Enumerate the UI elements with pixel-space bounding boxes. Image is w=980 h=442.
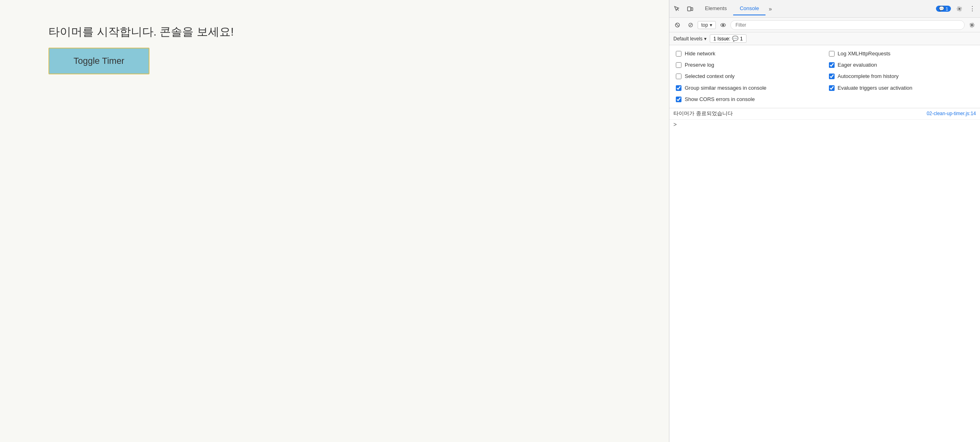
eager-eval-label: Eager evaluation bbox=[838, 61, 877, 69]
settings-dropdown: Hide network Preserve log Selected conte… bbox=[669, 45, 980, 108]
settings-left-col: Hide network Preserve log Selected conte… bbox=[676, 50, 821, 103]
hide-network-checkbox[interactable] bbox=[676, 51, 681, 57]
evaluate-triggers-label: Evaluate triggers user activation bbox=[838, 84, 913, 92]
levels-dropdown[interactable]: Default levels ▾ bbox=[673, 36, 707, 42]
setting-selected-context[interactable]: Selected context only bbox=[676, 73, 821, 80]
autocomplete-history-label: Autocomplete from history bbox=[838, 73, 899, 80]
block-icon: ⊘ bbox=[688, 21, 693, 29]
badge-icon: 💬 bbox=[939, 6, 944, 11]
tab-console[interactable]: Console bbox=[733, 2, 765, 15]
ellipsis-icon: ⋮ bbox=[969, 5, 976, 13]
levels-chevron-icon: ▾ bbox=[704, 36, 707, 42]
log-xmlhttp-label: Log XMLHttpRequests bbox=[838, 50, 891, 57]
issue-badge[interactable]: 1 Issue: 💬 1 bbox=[710, 34, 747, 43]
chevron-down-icon: ▾ bbox=[710, 22, 712, 28]
group-similar-label: Group similar messages in console bbox=[685, 84, 766, 92]
page-area: 타이머를 시작합니다. 콘솔을 보세요! Toggle Timer bbox=[0, 0, 669, 442]
eye-button[interactable] bbox=[717, 19, 729, 31]
preserve-log-checkbox[interactable] bbox=[676, 62, 681, 68]
console-toolbar: ⊘ top ▾ bbox=[669, 18, 980, 32]
issues-badge[interactable]: 💬 1 bbox=[936, 6, 951, 12]
devtools-panel: Elements Console » 💬 1 ⋮ ⊘ bbox=[669, 0, 980, 442]
eager-eval-checkbox[interactable] bbox=[829, 62, 835, 68]
setting-preserve-log[interactable]: Preserve log bbox=[676, 61, 821, 69]
device-toolbar-button[interactable] bbox=[684, 3, 696, 15]
autocomplete-history-checkbox[interactable] bbox=[829, 74, 835, 79]
badge-count: 1 bbox=[946, 6, 948, 11]
selected-context-label: Selected context only bbox=[685, 73, 735, 80]
setting-eager-eval[interactable]: Eager evaluation bbox=[829, 61, 974, 69]
settings-button[interactable] bbox=[953, 3, 965, 15]
filter-input[interactable] bbox=[730, 20, 965, 30]
svg-rect-1 bbox=[691, 8, 693, 11]
devtools-top-toolbar: Elements Console » 💬 1 ⋮ bbox=[669, 0, 980, 18]
selected-context-checkbox[interactable] bbox=[676, 74, 681, 79]
svg-line-3 bbox=[676, 24, 679, 26]
log-source-0[interactable]: 02-clean-up-timer.js:14 bbox=[927, 111, 976, 116]
hide-network-label: Hide network bbox=[685, 50, 715, 57]
console-log-area: 타이머가 종료되었습니다 02-clean-up-timer.js:14 > bbox=[669, 108, 980, 442]
issue-bubble-icon: 💬 bbox=[732, 36, 738, 42]
more-options-button[interactable]: ⋮ bbox=[966, 3, 978, 15]
evaluate-triggers-checkbox[interactable] bbox=[829, 85, 835, 91]
issue-label: 1 Issue: bbox=[713, 36, 730, 42]
context-label: top bbox=[701, 22, 708, 28]
show-cors-label: Show CORS errors in console bbox=[685, 96, 755, 103]
setting-log-xmlhttp[interactable]: Log XMLHttpRequests bbox=[829, 50, 974, 57]
page-text: 타이머를 시작합니다. 콘솔을 보세요! bbox=[48, 24, 234, 40]
tab-elements[interactable]: Elements bbox=[698, 2, 733, 15]
levels-label: Default levels bbox=[673, 36, 702, 42]
setting-group-similar[interactable]: Group similar messages in console bbox=[676, 84, 821, 92]
setting-show-cors[interactable]: Show CORS errors in console bbox=[676, 96, 821, 103]
setting-autocomplete-history[interactable]: Autocomplete from history bbox=[829, 73, 974, 80]
preserve-log-label: Preserve log bbox=[685, 61, 714, 69]
console-settings-button[interactable] bbox=[966, 19, 978, 31]
context-dropdown[interactable]: top ▾ bbox=[698, 21, 716, 29]
chevron-right-icon: > bbox=[673, 121, 677, 128]
more-tabs-button[interactable]: » bbox=[765, 3, 775, 15]
toggle-timer-button[interactable]: Toggle Timer bbox=[48, 48, 149, 74]
inspect-element-button[interactable] bbox=[671, 3, 683, 15]
log-text-0: 타이머가 종료되었습니다 bbox=[673, 110, 927, 117]
block-request-button[interactable]: ⊘ bbox=[685, 19, 696, 31]
svg-rect-0 bbox=[688, 7, 691, 11]
clear-console-button[interactable] bbox=[672, 19, 683, 31]
svg-point-5 bbox=[722, 24, 724, 26]
settings-right-col: Log XMLHttpRequests Eager evaluation Aut… bbox=[829, 50, 974, 103]
levels-bar: Default levels ▾ 1 Issue: 💬 1 bbox=[669, 32, 980, 45]
setting-hide-network[interactable]: Hide network bbox=[676, 50, 821, 57]
group-similar-checkbox[interactable] bbox=[676, 85, 681, 91]
log-xmlhttp-checkbox[interactable] bbox=[829, 51, 835, 57]
console-expand-row[interactable]: > bbox=[669, 120, 980, 129]
show-cors-checkbox[interactable] bbox=[676, 97, 681, 102]
setting-evaluate-triggers[interactable]: Evaluate triggers user activation bbox=[829, 84, 974, 92]
devtools-tabs: Elements Console » bbox=[698, 2, 775, 15]
log-entry-0[interactable]: 타이머가 종료되었습니다 02-clean-up-timer.js:14 bbox=[669, 108, 980, 120]
issue-count: 1 bbox=[740, 36, 743, 42]
